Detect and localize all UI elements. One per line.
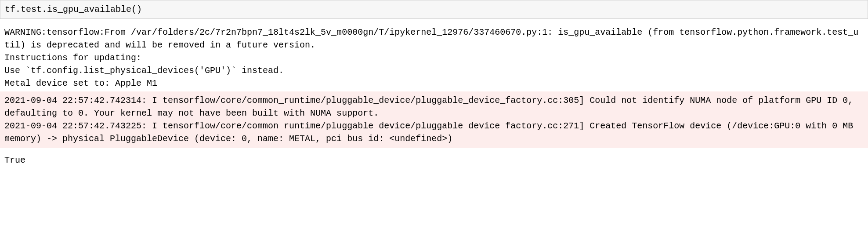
execution-result: True	[0, 149, 868, 169]
stdout-output: WARNING:tensorflow:From /var/folders/2c/…	[0, 23, 868, 90]
notebook-cell: tf.test.is_gpu_available() WARNING:tenso…	[0, 0, 868, 169]
stderr-output: 2021-09-04 22:57:42.742314: I tensorflow…	[0, 91, 868, 148]
code-input[interactable]: tf.test.is_gpu_available()	[0, 0, 868, 19]
